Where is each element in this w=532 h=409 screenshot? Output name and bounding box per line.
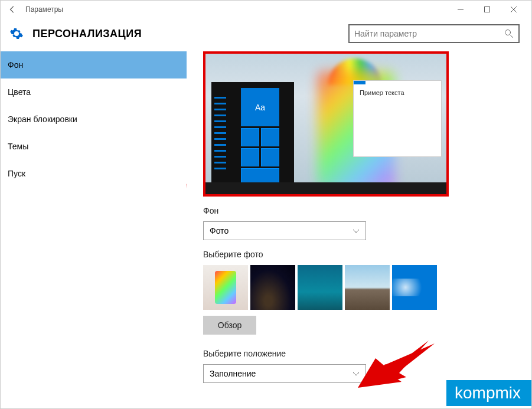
search-icon <box>504 29 514 38</box>
gear-icon <box>9 26 24 41</box>
window-controls <box>447 1 527 18</box>
preview-sample-window: Пример текста <box>353 80 442 157</box>
photo-thumbnails <box>203 265 520 310</box>
page-title: ПЕРСОНАЛИЗАЦИЯ <box>32 28 142 40</box>
svg-marker-4 <box>187 169 188 205</box>
close-button[interactable] <box>500 1 527 18</box>
photo-thumb[interactable] <box>298 265 342 310</box>
preview-tile <box>241 148 259 166</box>
sidebar-item-themes[interactable]: Темы <box>1 133 187 160</box>
annotation-arrow-icon <box>187 166 190 208</box>
preview-start-menu: Aa <box>211 82 294 182</box>
arrow-left-icon <box>8 5 17 14</box>
preview-start-list <box>214 97 236 179</box>
watermark-text: kompmix <box>455 384 521 402</box>
sidebar: Фон Цвета Экран блокировки Темы Пуск <box>1 51 187 406</box>
sidebar-item-label: Экран блокировки <box>8 114 77 124</box>
watermark: kompmix <box>446 380 531 406</box>
preview-tile <box>261 148 279 166</box>
sidebar-item-label: Темы <box>8 142 28 151</box>
svg-rect-1 <box>484 7 489 12</box>
minimize-button[interactable] <box>447 1 474 18</box>
sidebar-item-start[interactable]: Пуск <box>1 160 187 187</box>
titlebar: Параметры <box>1 1 531 18</box>
dropdown-value: Фото <box>210 226 229 235</box>
sidebar-item-background[interactable]: Фон <box>1 51 187 78</box>
sidebar-item-label: Пуск <box>8 169 25 178</box>
dropdown-value: Заполнение <box>210 369 256 378</box>
photo-thumb[interactable] <box>203 265 248 310</box>
photo-thumb[interactable] <box>250 265 295 310</box>
choose-photo-section-label: Выберите фото <box>203 250 520 259</box>
sidebar-item-label: Цвета <box>8 87 31 97</box>
back-button[interactable] <box>5 2 19 17</box>
preview-tile <box>261 128 279 146</box>
desktop-preview: Aa Пример текста <box>203 51 449 197</box>
minimize-icon <box>458 6 464 12</box>
browse-button[interactable]: Обзор <box>203 316 256 335</box>
maximize-button[interactable] <box>474 1 500 18</box>
maximize-icon <box>484 6 490 12</box>
search-input[interactable] <box>354 29 504 38</box>
window-title: Параметры <box>25 5 447 14</box>
svg-line-3 <box>510 35 513 38</box>
content: Фон Цвета Экран блокировки Темы Пуск Aa <box>1 51 531 406</box>
sidebar-item-label: Фон <box>8 60 23 70</box>
chevron-down-icon <box>353 226 360 235</box>
search-box[interactable] <box>348 24 520 43</box>
sidebar-item-colors[interactable]: Цвета <box>1 78 187 106</box>
preview-tile <box>241 128 259 146</box>
svg-marker-6 <box>358 343 435 388</box>
header: ПЕРСОНАЛИЗАЦИЯ <box>1 18 531 51</box>
svg-point-2 <box>505 30 511 35</box>
preview-sample-text: Пример текста <box>354 84 441 101</box>
annotation-arrow-icon <box>358 341 435 388</box>
preview-start-tiles: Aa <box>241 88 294 179</box>
preview-taskbar <box>205 182 446 194</box>
sidebar-item-lockscreen[interactable]: Экран блокировки <box>1 106 187 133</box>
main-panel: Aa Пример текста Фон <box>187 51 531 406</box>
photo-thumb[interactable] <box>392 265 437 310</box>
photo-thumb[interactable] <box>345 265 390 310</box>
background-type-dropdown[interactable]: Фото <box>203 221 366 240</box>
fit-dropdown[interactable]: Заполнение <box>203 364 366 383</box>
search-container <box>348 24 520 43</box>
preview-tile-large: Aa <box>241 88 279 126</box>
close-icon <box>511 6 517 12</box>
background-section-label: Фон <box>203 206 520 215</box>
